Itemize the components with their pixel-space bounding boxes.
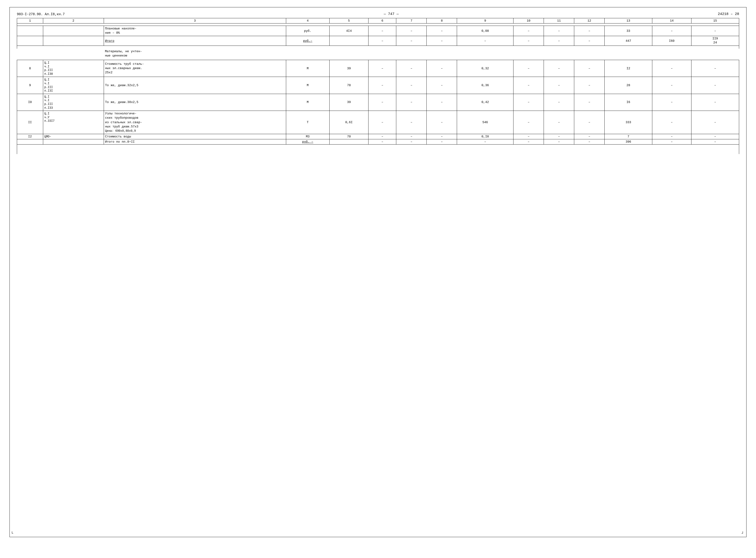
- cell-r9-c8: –: [427, 77, 457, 94]
- cell-r11-c3: Узлы технологиче-ских трубопроводовиз ст…: [104, 111, 286, 134]
- cell-r10-c8: –: [427, 94, 457, 110]
- cell-r11-c7: –: [396, 111, 427, 134]
- cell-total-c4: руб. –: [286, 139, 329, 145]
- cell-r9-c14: –: [652, 77, 692, 94]
- spacer-row: [17, 46, 739, 49]
- cell-row2-c11: –: [544, 36, 574, 46]
- cell-r10-c9: 0,42: [457, 94, 514, 110]
- top-bar: 903-I-278.90. Ал.I8,кн.7 — 747 — 24218 –…: [17, 12, 739, 16]
- cell-r11-c11: –: [544, 111, 574, 134]
- cell-r11-c5: 0,6I: [329, 111, 368, 134]
- cell-row2-c7: –: [396, 36, 427, 46]
- cell-r10-c15: –: [691, 94, 739, 110]
- col-header-1: 1: [17, 18, 43, 24]
- cell-r8-c3: Стоимость труб сталь-ных эл.сварных диам…: [104, 60, 286, 77]
- col-header-15: 15: [691, 18, 739, 24]
- cell-r9-c10: –: [514, 77, 544, 94]
- table-row: [17, 24, 739, 26]
- cell-row2-c14: I60: [652, 36, 692, 46]
- cell-total-c15: –: [691, 139, 739, 145]
- cell-row1-c14: –: [652, 26, 692, 36]
- col-header-13: 13: [605, 18, 652, 24]
- cell-row2-c3: Итого: [104, 36, 286, 46]
- col-header-12: 12: [574, 18, 605, 24]
- cell-total-c7: –: [396, 139, 427, 145]
- cell-r10-c4: М: [286, 94, 329, 110]
- cell-row1-c5: 4I4: [329, 26, 368, 36]
- cell-total-c8: –: [427, 139, 457, 145]
- spacer-row-bottom: [17, 145, 739, 154]
- cell-r12-c5: 70: [329, 134, 368, 139]
- col-header-14: 14: [652, 18, 692, 24]
- corner-bl: └: [11, 531, 13, 536]
- cell-row1-c12: –: [574, 26, 605, 36]
- cell-r12-c4: М3: [286, 134, 329, 139]
- cell-r12-c8: –: [427, 134, 457, 139]
- cell-r10-c2: Ц.I ч.I р.III п.I33: [43, 94, 104, 110]
- cell-row2-c12: –: [574, 36, 605, 46]
- cell-row1-c11: –: [544, 26, 574, 36]
- cell-row2-c4: руб.–: [286, 36, 329, 46]
- cell-r11-c12: –: [574, 111, 605, 134]
- cell-r8-c2: Ц.I ч.I р.III п.I30: [43, 60, 104, 77]
- main-table: 1 2 3 4 5 6 7 8 9 10 11 12 13 14 15: [17, 18, 739, 154]
- table-row-9: 9 Ц.I ч.I р.III п.I3I То же, диам.32х2,5…: [17, 77, 739, 94]
- doc-ref: 903-I-278.90. Ал.I8,кн.7: [17, 12, 65, 16]
- cell-total-c14: –: [652, 139, 692, 145]
- cell-total-c12: –: [574, 139, 605, 145]
- cell-r9-c3: То же, диам.32х2,5: [104, 77, 286, 94]
- cell-r10-c7: –: [396, 94, 427, 110]
- table-row: Итого руб.– – – – – – – – 447 I60 II924: [17, 36, 739, 46]
- cell-r9-c5: 78: [329, 77, 368, 94]
- cell-r11-c13: 333: [605, 111, 652, 134]
- cell-r9-c15: –: [691, 77, 739, 94]
- cell-r8-c4: М: [286, 60, 329, 77]
- cell-row1-c3: Плановые накопле-ния – 8%: [104, 26, 286, 36]
- cell-r12-c13: 7: [605, 134, 652, 139]
- cell-r12-c10: –: [514, 134, 544, 139]
- cell-total-c10: –: [514, 139, 544, 145]
- cell-r11-c1: II: [17, 111, 43, 134]
- cell-total-c1: [17, 139, 43, 145]
- cell-r8-c10: –: [514, 60, 544, 77]
- cell-row2-c5: [329, 36, 368, 46]
- cell-r8-c7: –: [396, 60, 427, 77]
- cell-r11-c4: Т: [286, 111, 329, 134]
- table-header-row: 1 2 3 4 5 6 7 8 9 10 11 12 13 14 15: [17, 18, 739, 24]
- cell-total-c6: –: [368, 139, 396, 145]
- cell-row2-c15: II924: [691, 36, 739, 46]
- cell-r12-c3: Стоимость воды: [104, 134, 286, 139]
- cell-row2-c8: –: [427, 36, 457, 46]
- cell-r11-c2: Ц.I ч.У п.33I7: [43, 111, 104, 134]
- cell-total-c5: [329, 139, 368, 145]
- cell-r10-c1: I0: [17, 94, 43, 110]
- col-header-5: 5: [329, 18, 368, 24]
- cell-row1-c15: –: [691, 26, 739, 36]
- cell-r9-c9: 0,36: [457, 77, 514, 94]
- section-header-row: Материалы, не учтен-ные ценником: [17, 49, 739, 60]
- cell-row2-c2: [43, 36, 104, 46]
- col-header-9: 9: [457, 18, 514, 24]
- table-row-12: I2 ЦМО– Стоимость воды М3 70 – – – 0,I0 …: [17, 134, 739, 139]
- cell-total-c3: Итого по пп.8÷II: [104, 139, 286, 145]
- cell-row2-c1: [17, 36, 43, 46]
- cell-r11-c8: –: [427, 111, 457, 134]
- cell-row1-c4: руб.: [286, 26, 329, 36]
- cell-r12-c1: I2: [17, 134, 43, 139]
- doc-num: 24218 – 28: [718, 12, 739, 16]
- cell-row2-c9: –: [457, 36, 514, 46]
- cell-total-c11: –: [544, 139, 574, 145]
- cell-r9-c12: –: [574, 77, 605, 94]
- cell-r10-c6: –: [368, 94, 396, 110]
- cell-row1-c2: [43, 26, 104, 36]
- cell-r9-c6: –: [368, 77, 396, 94]
- cell-r8-c1: 8: [17, 60, 43, 77]
- col-header-2: 2: [43, 18, 104, 24]
- col-header-8: 8: [427, 18, 457, 24]
- cell-row1-c9: 0,08: [457, 26, 514, 36]
- table-row: Плановые накопле-ния – 8% руб. 4I4 – – –…: [17, 26, 739, 36]
- col-header-7: 7: [396, 18, 427, 24]
- col-header-11: 11: [544, 18, 574, 24]
- cell-r10-c14: –: [652, 94, 692, 110]
- cell-row2-c6: –: [368, 36, 396, 46]
